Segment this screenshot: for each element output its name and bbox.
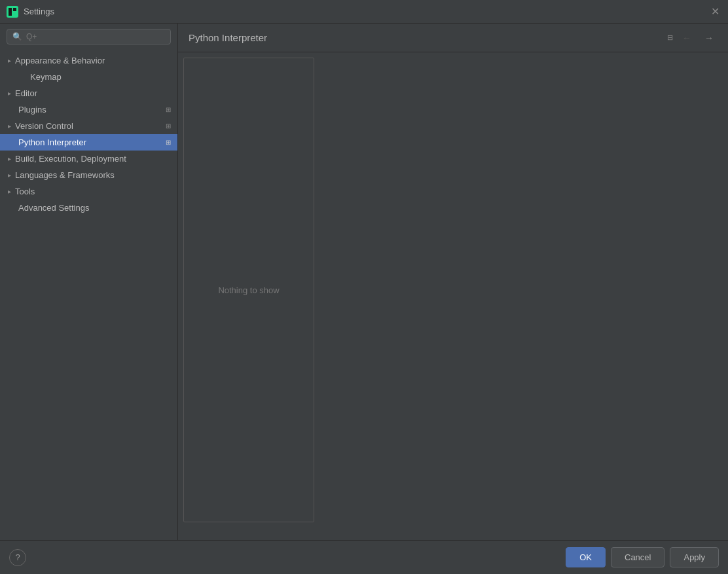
bottom-bar: ? OK Cancel Apply	[0, 540, 728, 574]
sidebar-item-label: Appearance & Behavior	[15, 56, 105, 65]
sidebar-item-label: Plugins	[18, 105, 46, 115]
app-icon	[7, 6, 18, 18]
sidebar-item-tools[interactable]: ▸Tools	[0, 183, 177, 200]
sidebar-item-label: Keymap	[30, 72, 62, 82]
interpreter-panel: Nothing to show	[183, 58, 314, 522]
sidebar-item-label: Tools	[15, 187, 35, 196]
svg-rect-3	[13, 12, 16, 16]
ok-button[interactable]: OK	[566, 547, 606, 567]
header-badge-icon: ⊟	[667, 33, 673, 42]
sidebar-item-label: Python Interpreter	[18, 137, 86, 147]
search-icon: 🔍	[12, 32, 22, 41]
title-bar: Settings ✕	[0, 0, 728, 24]
content-area: Python Interpreter ⊟ ← → Nothing to show	[178, 24, 728, 540]
sidebar-item-python-interpreter[interactable]: Python Interpreter⊞	[0, 134, 177, 151]
nav-forward-button[interactable]: →	[701, 29, 718, 46]
sidebar-item-label: Languages & Frameworks	[15, 170, 115, 180]
svg-rect-1	[9, 8, 12, 16]
sidebar-item-build-execution-deployment[interactable]: ▸Build, Execution, Deployment	[0, 151, 177, 167]
chevron-icon: ▸	[8, 122, 11, 130]
content-header: Python Interpreter ⊟ ← →	[178, 24, 728, 52]
svg-rect-2	[13, 8, 16, 11]
sidebar-item-advanced-settings[interactable]: Advanced Settings	[0, 200, 177, 216]
item-badge: ⊞	[166, 122, 171, 130]
window-title: Settings	[24, 7, 54, 16]
sidebar-item-version-control[interactable]: ▸Version Control⊞	[0, 118, 177, 134]
sidebar-item-plugins[interactable]: Plugins⊞	[0, 101, 177, 118]
sidebar-item-appearance-behavior[interactable]: ▸Appearance & Behavior	[0, 52, 177, 69]
chevron-icon: ▸	[8, 57, 11, 64]
main-layout: 🔍 ▸Appearance & BehaviorKeymap▸EditorPlu…	[0, 24, 728, 540]
content-body: Nothing to show	[178, 52, 728, 540]
sidebar-item-label: Version Control	[15, 121, 73, 131]
help-button[interactable]: ?	[9, 549, 26, 566]
chevron-icon: ▸	[8, 90, 11, 97]
bottom-buttons: OK Cancel Apply	[566, 547, 719, 567]
chevron-icon: ▸	[8, 188, 11, 195]
chevron-icon: ▸	[8, 155, 11, 162]
sidebar-item-languages-frameworks[interactable]: ▸Languages & Frameworks	[0, 167, 177, 183]
item-badge: ⊞	[166, 106, 171, 113]
sidebar-item-label: Build, Execution, Deployment	[15, 154, 126, 164]
apply-button[interactable]: Apply	[670, 547, 719, 567]
sidebar-item-label: Advanced Settings	[18, 203, 89, 213]
title-bar-left: Settings	[7, 6, 54, 18]
sidebar-item-label: Editor	[15, 88, 37, 98]
close-button[interactable]: ✕	[708, 5, 721, 18]
sidebar: 🔍 ▸Appearance & BehaviorKeymap▸EditorPlu…	[0, 24, 178, 540]
sidebar-item-editor[interactable]: ▸Editor	[0, 85, 177, 101]
svg-rect-0	[7, 6, 18, 18]
nav-back-button[interactable]: ←	[678, 29, 695, 46]
sidebar-item-keymap[interactable]: Keymap	[0, 69, 177, 85]
search-input[interactable]	[26, 32, 165, 41]
search-box[interactable]: 🔍	[7, 29, 171, 45]
content-title: Python Interpreter	[189, 32, 662, 43]
item-badge: ⊞	[166, 139, 171, 146]
sidebar-items: ▸Appearance & BehaviorKeymap▸EditorPlugi…	[0, 50, 177, 540]
chevron-icon: ▸	[8, 171, 11, 179]
nothing-to-show-label: Nothing to show	[218, 285, 279, 295]
cancel-button[interactable]: Cancel	[611, 547, 664, 567]
